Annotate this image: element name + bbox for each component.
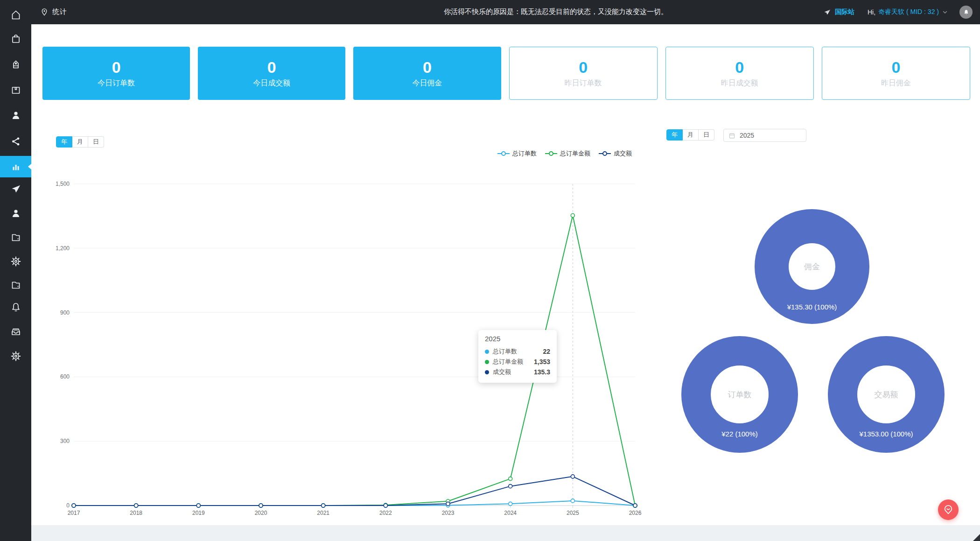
donut-value-label: ¥22 (100%) <box>681 430 798 438</box>
send-icon <box>10 183 21 195</box>
stat-value: 0 <box>735 59 744 76</box>
sidebar-item-inbox[interactable] <box>0 322 31 341</box>
greeting: Hi, <box>868 8 875 16</box>
package-icon <box>10 84 21 95</box>
svg-text:2020: 2020 <box>255 510 267 516</box>
svg-text:2025: 2025 <box>567 510 579 516</box>
sidebar-item-tags[interactable] <box>0 55 31 74</box>
year-date-picker[interactable] <box>723 129 806 142</box>
svg-text:900: 900 <box>60 309 70 316</box>
svg-text:2023: 2023 <box>442 510 455 516</box>
tab-day[interactable]: 日 <box>699 129 714 141</box>
stat-card-yesterday-turnover: 0 昨日成交额 <box>665 47 814 100</box>
trend-period-tabs: 年 月 日 <box>56 136 104 148</box>
donut-commission[interactable]: 佣金 ¥135.30 (100%) <box>755 209 869 324</box>
stat-label: 昨日订单数 <box>565 78 602 88</box>
sidebar-item-products[interactable] <box>0 80 31 99</box>
topbar-right: 国际站 Hi, 奇睿天软 ( MID : 32 ) <box>823 0 973 24</box>
svg-text:300: 300 <box>60 438 70 444</box>
dashboard-page: 统计 你活得不快乐的原因是：既无法忍受目前的状态，又没能力改变这一切。 国际站 … <box>0 0 980 541</box>
tab-day[interactable]: 日 <box>88 136 104 148</box>
paper-plane-icon <box>823 8 831 16</box>
donut-order-count[interactable]: 订单数 ¥22 (100%) <box>681 336 798 453</box>
stat-value: 0 <box>891 59 900 76</box>
bottom-strip <box>31 525 980 541</box>
sidebar-item-home[interactable] <box>0 6 31 24</box>
tooltip-value: 135.3 <box>534 368 550 376</box>
chart-tooltip: 2025 总订单数 22 总订单金额 1,353 成交额 135.3 <box>478 330 557 383</box>
donut-transaction-amount[interactable]: 交易额 ¥1353.00 (100%) <box>828 336 945 453</box>
legend-item-total-order-amount[interactable]: 总订单金额 <box>545 149 590 158</box>
tab-month[interactable]: 月 <box>683 129 699 141</box>
bell-icon <box>10 302 21 313</box>
stat-card-today-commission: 0 今日佣金 <box>353 47 501 100</box>
site-link[interactable]: 国际站 <box>823 8 854 16</box>
legend-label: 成交额 <box>614 149 632 158</box>
tag-icon <box>10 59 21 70</box>
series-dot <box>485 350 489 354</box>
svg-text:2019: 2019 <box>192 510 205 516</box>
share-icon <box>10 136 21 147</box>
stat-label: 今日成交额 <box>253 78 290 88</box>
sidebar-item-share[interactable] <box>0 132 31 151</box>
series-dot <box>485 360 489 364</box>
gear-icon <box>10 351 21 362</box>
calendar-icon <box>728 132 735 139</box>
stat-value: 0 <box>423 59 432 76</box>
legend-item-turnover[interactable]: 成交额 <box>599 149 632 158</box>
legend-item-total-orders[interactable]: 总订单数 <box>497 149 537 158</box>
sidebar-item-send[interactable] <box>0 180 31 198</box>
series-dot <box>485 370 489 374</box>
stat-label: 今日佣金 <box>412 78 442 88</box>
donut-center-label: 交易额 <box>828 389 945 400</box>
chevron-down-icon <box>942 9 948 15</box>
sidebar-item-customers[interactable] <box>0 106 31 125</box>
svg-text:2018: 2018 <box>130 510 142 516</box>
trend-line-chart[interactable]: 03006009001,2001,50020172018201920202021… <box>50 177 653 525</box>
avatar[interactable] <box>959 6 973 19</box>
sidebar-item-statistics[interactable] <box>0 156 31 177</box>
user-icon <box>10 110 21 121</box>
sidebar-item-files[interactable] <box>0 228 31 246</box>
shopping-bag-icon <box>10 33 21 44</box>
sidebar-item-notifications[interactable] <box>0 298 31 316</box>
folder-icon <box>10 232 21 243</box>
svg-text:2022: 2022 <box>379 510 392 516</box>
svg-text:2017: 2017 <box>68 510 80 516</box>
tab-month[interactable]: 月 <box>72 136 88 148</box>
donut-value-label: ¥135.30 (100%) <box>755 303 869 311</box>
tab-year[interactable]: 年 <box>666 129 683 141</box>
year-input[interactable] <box>724 129 806 141</box>
stat-label: 今日订单数 <box>98 78 135 88</box>
donut-center-label: 订单数 <box>681 389 798 400</box>
inbox-icon <box>10 326 21 337</box>
legend-label: 总订单数 <box>512 149 537 158</box>
stat-card-today-orders: 0 今日订单数 <box>42 47 190 100</box>
sidebar <box>0 0 31 541</box>
svg-text:0: 0 <box>66 502 70 509</box>
location-pin-icon <box>40 8 49 16</box>
sidebar-item-account[interactable] <box>0 204 31 223</box>
svg-text:2021: 2021 <box>317 510 329 516</box>
user-dropdown[interactable]: Hi, 奇睿天软 ( MID : 32 ) <box>868 8 948 16</box>
donut-center-label: 佣金 <box>755 261 869 272</box>
legend-label: 总订单金额 <box>560 149 590 158</box>
tab-year[interactable]: 年 <box>56 136 72 148</box>
sidebar-item-system-settings[interactable] <box>0 347 31 365</box>
tooltip-row: 总订单金额 1,353 <box>485 357 550 367</box>
support-fab[interactable] <box>938 499 959 520</box>
sidebar-item-orders[interactable] <box>0 29 31 48</box>
chart-legend: 总订单数 总订单金额 成交额 <box>497 149 632 158</box>
bar-chart-icon <box>10 161 21 172</box>
sidebar-item-settings[interactable] <box>0 252 31 271</box>
sidebar-item-archive[interactable] <box>0 275 31 294</box>
user-icon <box>10 208 21 219</box>
stat-card-yesterday-commission: 0 昨日佣金 <box>822 47 970 100</box>
stat-label: 昨日成交额 <box>721 78 758 88</box>
stat-value: 0 <box>112 59 121 76</box>
stat-value: 0 <box>579 59 588 76</box>
home-icon <box>10 9 21 21</box>
pie-period-tabs: 年 月 日 <box>666 129 714 141</box>
topbar-quote: 你活得不快乐的原因是：既无法忍受目前的状态，又没能力改变这一切。 <box>444 7 668 16</box>
svg-text:2024: 2024 <box>504 510 517 516</box>
